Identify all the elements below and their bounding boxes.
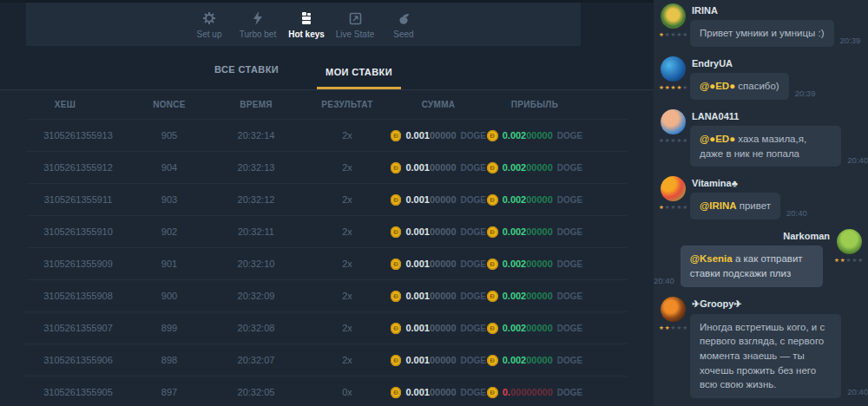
chat-username[interactable]: LANA0411 xyxy=(692,108,868,121)
profit-cell: Đ 0.00200000 DOGE xyxy=(486,291,583,302)
hash-cell[interactable]: 3105261355911 xyxy=(26,194,130,205)
doge-coin-icon: Đ xyxy=(391,291,401,302)
avatar[interactable] xyxy=(661,109,686,134)
time-cell: 20:32:08 xyxy=(208,323,304,333)
result-cell: 2x xyxy=(304,259,391,269)
user-rating-stars: ★★★★★ xyxy=(833,257,865,264)
time-cell: 20:32:13 xyxy=(208,162,304,173)
chat-username[interactable]: Vitamina♣ xyxy=(692,174,868,188)
avatar[interactable] xyxy=(661,56,686,82)
currency-label: DOGE xyxy=(557,131,582,141)
tabs-bar: ВСЕ СТАВКИ МОИ СТАВКИ xyxy=(0,46,654,90)
doge-coin-icon: Đ xyxy=(487,291,498,302)
nonce-cell: 897 xyxy=(130,387,208,397)
chat-bubble: @●ED● хаха мазила,я, даже в ник не попал… xyxy=(690,126,841,167)
hash-cell[interactable]: 3105261355912 xyxy=(26,162,130,173)
table-header: ХЕШNONCEВРЕМЯРЕЗУЛЬТАТСУММАПРИБЫЛЬ xyxy=(0,90,654,119)
chat-username[interactable]: ✈Groopy✈ xyxy=(692,295,868,310)
result-cell: 2x xyxy=(304,355,391,365)
hash-cell[interactable]: 3105261355909 xyxy=(26,259,130,269)
mention-link[interactable]: @Ksenia xyxy=(690,253,733,264)
nonce-cell: 899 xyxy=(130,323,208,333)
currency-label: DOGE xyxy=(461,131,486,141)
profit-cell: Đ 0.00200000 DOGE xyxy=(486,194,583,206)
doge-coin-icon: Đ xyxy=(391,130,401,141)
amount-cell: Đ 0.00100000 DOGE xyxy=(391,259,486,270)
doge-coin-icon: Đ xyxy=(487,259,498,270)
lightning-icon xyxy=(253,10,263,25)
message-time: 20:40 xyxy=(654,276,674,285)
result-cell: 0x xyxy=(304,387,391,397)
hash-cell[interactable]: 3105261355910 xyxy=(26,226,130,237)
mention-link[interactable]: @IRINA xyxy=(700,200,737,211)
table-row[interactable]: 3105261355912 904 20:32:13 2x Đ 0.001000… xyxy=(26,151,628,183)
currency-label: DOGE xyxy=(461,163,486,173)
toolbar-item-label: Turbo bet xyxy=(240,29,276,39)
table-row[interactable]: 3105261355907 899 20:32:08 2x Đ 0.001000… xyxy=(26,311,628,344)
currency-label: DOGE xyxy=(557,259,582,269)
message-time: 20:39 xyxy=(795,88,816,98)
message-time: 20:40 xyxy=(786,208,807,218)
avatar[interactable] xyxy=(661,176,686,201)
hash-cell[interactable]: 3105261355913 xyxy=(26,130,130,141)
amount-cell: Đ 0.00100000 DOGE xyxy=(391,323,486,334)
user-rating-stars: ★★★★★ xyxy=(658,31,689,38)
hash-cell[interactable]: 3105261355905 xyxy=(26,387,130,397)
toolbar-item-turbo-bet[interactable]: Turbo bet xyxy=(233,10,282,39)
hash-cell[interactable]: 3105261355906 xyxy=(26,355,130,365)
toolbar-item-hot-keys[interactable]: Hot keys xyxy=(282,10,331,39)
amount-cell: Đ 0.00100000 DOGE xyxy=(391,226,486,238)
time-cell: 20:32:14 xyxy=(208,130,304,141)
chat-bubble: @Ksenia а как отправит ставки подскажи п… xyxy=(681,246,823,286)
avatar[interactable] xyxy=(661,3,686,29)
hash-cell[interactable]: 3105261355908 xyxy=(26,291,130,301)
chat-bubble: Иногда встретишь кого, и с первого взгля… xyxy=(690,314,841,398)
mention-link[interactable]: @●ED● xyxy=(700,134,735,144)
tab-my-bets[interactable]: МОИ СТАВКИ xyxy=(317,67,401,89)
result-cell: 2x xyxy=(304,291,391,301)
currency-label: DOGE xyxy=(557,356,582,365)
chat-username[interactable]: EndryUA xyxy=(692,55,868,69)
table-row[interactable]: 3105261355905 897 20:32:05 0x Đ 0.001000… xyxy=(26,376,628,406)
message-time: 20:40 xyxy=(847,387,868,396)
toolbar-item-seed[interactable]: Seed xyxy=(379,10,428,39)
chat-username[interactable]: Narkoman xyxy=(654,227,830,241)
profit-cell: Đ 0.00200000 DOGE xyxy=(486,323,583,334)
result-cell: 2x xyxy=(304,194,391,205)
table-row[interactable]: 3105261355906 898 20:32:07 2x Đ 0.001000… xyxy=(26,344,628,376)
result-cell: 2x xyxy=(304,323,391,333)
table-row[interactable]: 3105261355908 900 20:32:09 2x Đ 0.001000… xyxy=(26,279,628,311)
profit-cell: Đ 0.00000000 DOGE xyxy=(486,387,583,398)
doge-coin-icon: Đ xyxy=(487,323,498,334)
currency-label: DOGE xyxy=(461,356,486,365)
toolbar-item-label: Hot keys xyxy=(288,29,325,39)
chat-message: ★★★★★ EndryUA @●ED● спасибо) 20:39 xyxy=(654,55,868,100)
chat-message: ★★★★★ Vitamina♣ @IRINA привет 20:40 xyxy=(654,174,868,219)
toolbar-item-set-up[interactable]: Set up xyxy=(185,10,233,39)
message-time: 20:40 xyxy=(847,155,868,165)
tab-all-bets[interactable]: ВСЕ СТАВКИ xyxy=(206,64,287,89)
chat-panel: ★★★★★ IRINA Привет умники и умницы :) 20… xyxy=(654,0,868,406)
time-cell: 20:32:07 xyxy=(208,355,304,365)
currency-label: DOGE xyxy=(557,227,582,237)
table-row[interactable]: 3105261355913 905 20:32:14 2x Đ 0.001000… xyxy=(26,119,628,151)
avatar[interactable] xyxy=(661,297,686,322)
doge-coin-icon: Đ xyxy=(391,387,401,398)
nonce-cell: 898 xyxy=(130,355,208,365)
column-header: СУММА xyxy=(391,100,486,109)
mention-link[interactable]: @●ED● xyxy=(700,81,735,91)
table-row[interactable]: 3105261355909 901 20:32:10 2x Đ 0.001000… xyxy=(26,247,628,279)
nonce-cell: 901 xyxy=(130,259,208,269)
table-row[interactable]: 3105261355910 902 20:32:11 2x Đ 0.001000… xyxy=(26,215,628,247)
app: Set up Turbo bet Hot keys Live State See… xyxy=(0,0,868,406)
doge-coin-icon: Đ xyxy=(391,194,401,206)
time-cell: 20:32:05 xyxy=(208,387,304,397)
hash-cell[interactable]: 3105261355907 xyxy=(26,323,130,333)
profit-cell: Đ 0.00200000 DOGE xyxy=(486,355,583,366)
avatar[interactable] xyxy=(837,229,862,254)
toolbar-item-live-state[interactable]: Live State xyxy=(331,10,379,39)
message-time: 20:39 xyxy=(840,36,861,45)
table-row[interactable]: 3105261355911 903 20:32:12 2x Đ 0.001000… xyxy=(26,183,628,215)
doge-coin-icon: Đ xyxy=(391,162,401,174)
chat-username[interactable]: IRINA xyxy=(692,2,868,16)
